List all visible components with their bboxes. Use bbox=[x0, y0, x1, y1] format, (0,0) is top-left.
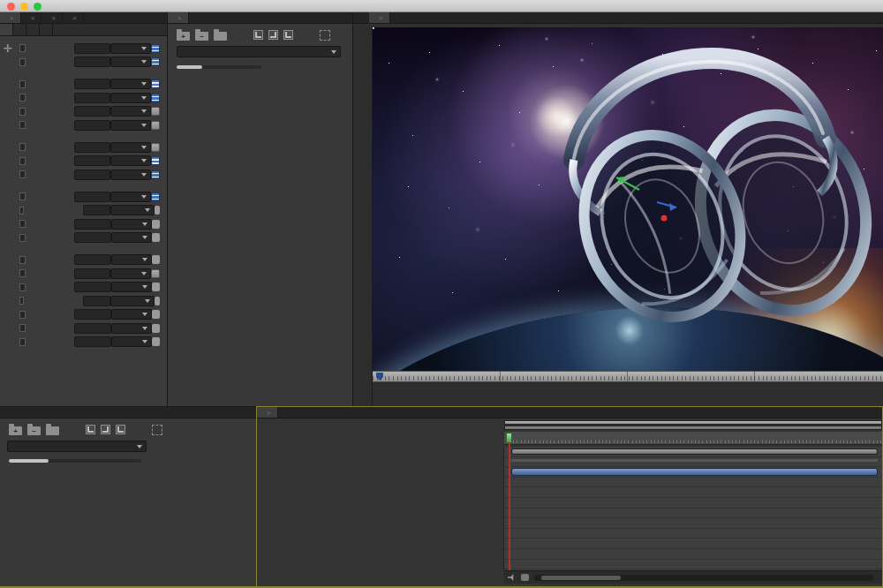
paste-style-icon[interactable] bbox=[101, 425, 110, 434]
move-gizmo-icon[interactable]: ✛ bbox=[4, 42, 12, 55]
dropdown[interactable] bbox=[110, 43, 151, 54]
playhead-handle[interactable] bbox=[506, 433, 512, 443]
dropdown[interactable] bbox=[111, 336, 152, 347]
timeline-scroll-bar[interactable] bbox=[504, 426, 882, 430]
dropdown[interactable] bbox=[111, 254, 152, 265]
value-field[interactable] bbox=[74, 120, 110, 131]
value-field[interactable] bbox=[74, 309, 111, 320]
tab-composite[interactable]: × bbox=[369, 12, 390, 23]
subtab[interactable]: × bbox=[40, 24, 53, 35]
dropdown[interactable] bbox=[110, 57, 151, 67]
value-field[interactable] bbox=[74, 282, 111, 292]
time-ruler[interactable] bbox=[504, 432, 882, 445]
tab-controls-group[interactable]: × bbox=[21, 12, 42, 23]
close-window-icon[interactable] bbox=[7, 3, 15, 11]
zoom-window-icon[interactable] bbox=[34, 3, 42, 11]
dropdown[interactable] bbox=[111, 309, 152, 320]
value-field[interactable] bbox=[74, 142, 110, 153]
tab-close-icon[interactable]: × bbox=[267, 409, 271, 417]
dropdown[interactable] bbox=[110, 268, 151, 279]
keyframe-toggle-icon[interactable] bbox=[151, 170, 160, 179]
checkbox[interactable] bbox=[19, 58, 26, 66]
value-field[interactable] bbox=[83, 205, 110, 215]
dropdown[interactable] bbox=[110, 142, 151, 153]
keyframe-toggle-icon[interactable] bbox=[151, 94, 160, 102]
subtab[interactable]: × bbox=[26, 24, 40, 35]
open-folder-icon[interactable] bbox=[46, 426, 59, 435]
selected-model-track-bar[interactable] bbox=[511, 468, 878, 476]
keyframe-toggle-icon[interactable] bbox=[152, 337, 160, 346]
reset-style-icon[interactable] bbox=[116, 425, 125, 434]
keyframe-toggle-icon[interactable] bbox=[152, 233, 160, 242]
value-field[interactable] bbox=[74, 323, 111, 334]
value-field[interactable] bbox=[74, 268, 110, 279]
checkbox[interactable] bbox=[19, 297, 24, 305]
keyframe-toggle-icon[interactable] bbox=[152, 324, 160, 333]
delete-folder-icon[interactable]: − bbox=[195, 32, 208, 41]
options-icon[interactable] bbox=[320, 30, 330, 41]
keyframe-toggle-icon[interactable] bbox=[151, 192, 160, 201]
tab-close-icon[interactable]: × bbox=[379, 14, 383, 22]
new-folder-icon[interactable]: + bbox=[9, 426, 22, 435]
dropdown[interactable] bbox=[110, 79, 151, 89]
value-field[interactable] bbox=[74, 219, 111, 230]
dropdown[interactable] bbox=[110, 296, 154, 306]
checkbox[interactable] bbox=[19, 192, 26, 200]
tab-controls-group[interactable]: × bbox=[42, 12, 63, 23]
checkbox[interactable] bbox=[19, 44, 26, 52]
checkbox[interactable] bbox=[19, 94, 26, 102]
tab-close-icon[interactable]: × bbox=[31, 14, 35, 22]
value-field[interactable] bbox=[74, 155, 110, 166]
transform-track-bar[interactable] bbox=[511, 459, 878, 462]
material-category-dropdown[interactable] bbox=[177, 46, 341, 57]
keyframe-toggle-icon[interactable] bbox=[151, 143, 160, 152]
playhead-line[interactable] bbox=[509, 433, 510, 571]
copy-style-icon[interactable] bbox=[86, 425, 95, 434]
dropdown[interactable] bbox=[110, 192, 151, 202]
tab-close-icon[interactable]: × bbox=[177, 14, 182, 22]
value-field[interactable] bbox=[74, 192, 110, 202]
checkbox[interactable] bbox=[19, 80, 26, 88]
value-field[interactable] bbox=[83, 296, 110, 306]
keyframe-toggle-icon[interactable] bbox=[152, 255, 160, 264]
time-scrubber[interactable] bbox=[373, 371, 883, 382]
subtab[interactable]: × bbox=[0, 24, 13, 35]
tab-material-styles[interactable]: × bbox=[168, 12, 189, 23]
extrusion-preset-dropdown[interactable] bbox=[7, 441, 147, 452]
dropdown[interactable] bbox=[110, 93, 151, 103]
options-icon[interactable] bbox=[152, 425, 162, 435]
dropdown[interactable] bbox=[110, 205, 154, 215]
checkbox[interactable] bbox=[19, 324, 26, 332]
window-controls[interactable] bbox=[7, 3, 42, 11]
value-field[interactable] bbox=[74, 57, 110, 67]
keyframe-toggle-icon[interactable] bbox=[151, 57, 160, 66]
keyframe-toggle-icon[interactable] bbox=[151, 121, 160, 130]
checkbox[interactable] bbox=[19, 207, 24, 215]
reset-style-icon[interactable] bbox=[283, 30, 293, 40]
value-field[interactable] bbox=[74, 43, 110, 54]
keyframe-toggle-icon[interactable] bbox=[152, 310, 160, 319]
checkbox[interactable] bbox=[19, 234, 26, 242]
gizmo-origin[interactable] bbox=[661, 215, 668, 222]
value-field[interactable] bbox=[74, 170, 110, 180]
scene-track-bar[interactable] bbox=[511, 449, 878, 455]
checkbox[interactable] bbox=[19, 157, 26, 165]
tab-controls-group[interactable]: × bbox=[63, 12, 84, 23]
subtab[interactable]: × bbox=[13, 24, 26, 35]
tab-close-icon[interactable]: × bbox=[72, 14, 77, 22]
delete-folder-icon[interactable]: − bbox=[27, 426, 41, 435]
marker-icon[interactable] bbox=[521, 574, 529, 581]
preview-size-slider[interactable] bbox=[177, 65, 261, 69]
checkbox[interactable] bbox=[19, 269, 26, 277]
titlebar[interactable] bbox=[0, 0, 883, 12]
dropdown[interactable] bbox=[110, 120, 151, 131]
checkbox[interactable] bbox=[19, 220, 26, 228]
keyframe-toggle-icon[interactable] bbox=[151, 269, 160, 278]
keyframe-toggle-icon[interactable] bbox=[152, 283, 160, 291]
checkbox[interactable] bbox=[19, 143, 26, 151]
checkbox[interactable] bbox=[19, 108, 26, 116]
value-field[interactable] bbox=[74, 106, 110, 117]
dropdown[interactable] bbox=[110, 170, 151, 180]
keyframe-toggle-icon[interactable] bbox=[151, 44, 160, 53]
timeline-h-scrollbar[interactable] bbox=[534, 575, 873, 581]
